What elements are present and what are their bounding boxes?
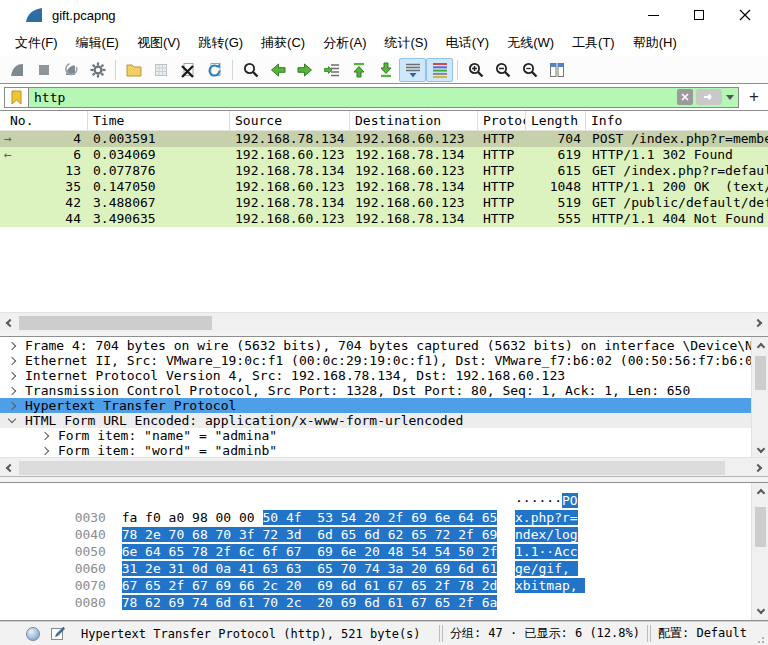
packet-list-hscrollbar[interactable]: [0, 312, 768, 332]
column-header-time[interactable]: Time: [88, 111, 230, 130]
go-forward-button[interactable]: [291, 58, 318, 82]
scrollbar-thumb[interactable]: [755, 356, 766, 390]
packet-row[interactable]: →4 0.003591 192.168.78.134 192.168.60.12…: [0, 131, 768, 147]
menu-statistics[interactable]: 统计(S): [375, 30, 436, 56]
hex-row[interactable]: 0030fa f0 a0 98 00 00 50 4f 53 54 20 2f …: [0, 492, 751, 509]
close-file-button[interactable]: [174, 58, 201, 82]
find-packet-button[interactable]: [237, 58, 264, 82]
expert-info-icon[interactable]: [26, 627, 40, 641]
menu-edit[interactable]: 编辑(E): [67, 30, 128, 56]
packet-row[interactable]: 35 0.147050 192.168.60.123 192.168.78.13…: [0, 179, 768, 195]
scrollbar-thumb[interactable]: [19, 316, 212, 330]
scrollbar-thumb[interactable]: [19, 461, 725, 475]
capture-options-button[interactable]: [84, 58, 111, 82]
scroll-up-arrow-icon[interactable]: [752, 483, 768, 500]
detail-line-ip[interactable]: Internet Protocol Version 4, Src: 192.16…: [0, 368, 751, 383]
column-header-info[interactable]: Info: [586, 111, 768, 130]
zoom-in-button[interactable]: [462, 58, 489, 82]
menu-bar: 文件(F) 编辑(E) 视图(V) 跳转(G) 捕获(C) 分析(A) 统计(S…: [0, 30, 768, 56]
column-header-length[interactable]: Length: [526, 111, 586, 130]
chevron-right-icon[interactable]: [41, 431, 49, 439]
filter-bookmark-button[interactable]: [4, 87, 28, 108]
chevron-right-icon[interactable]: [8, 371, 16, 379]
zoom-out-button[interactable]: [489, 58, 516, 82]
chevron-right-icon[interactable]: [8, 401, 16, 409]
details-vscrollbar[interactable]: [751, 337, 768, 459]
scroll-left-arrow-icon[interactable]: [0, 314, 17, 331]
filter-apply-button[interactable]: [696, 89, 722, 105]
scrollbar-thumb[interactable]: [755, 507, 766, 547]
resize-columns-button[interactable]: [543, 58, 570, 82]
scroll-up-arrow-icon[interactable]: [752, 337, 768, 354]
scroll-right-arrow-icon[interactable]: [751, 459, 768, 476]
go-back-button[interactable]: [264, 58, 291, 82]
capture-comment-icon[interactable]: [50, 626, 65, 641]
ascii-selected: xbitmap,: [515, 578, 585, 593]
scroll-left-arrow-icon[interactable]: [0, 459, 17, 476]
packet-row[interactable]: 42 3.488067 192.168.78.134 192.168.60.12…: [0, 195, 768, 211]
resize-grip[interactable]: [753, 632, 765, 644]
reload-file-button[interactable]: [201, 58, 228, 82]
filter-add-button[interactable]: +: [744, 87, 764, 107]
chevron-right-icon[interactable]: [8, 386, 16, 394]
detail-line-form-item-word[interactable]: Form item: "word" = "adminb": [0, 443, 751, 458]
status-profile[interactable]: 配置: Default: [658, 625, 747, 642]
start-capture-button[interactable]: [3, 58, 30, 82]
packet-info: HTTP/1.1 200 OK (text/ht: [586, 179, 768, 195]
zoom-reset-button[interactable]: [516, 58, 543, 82]
menu-file[interactable]: 文件(F): [6, 30, 67, 56]
packet-row[interactable]: 44 3.490635 192.168.60.123 192.168.78.13…: [0, 211, 768, 227]
detail-line-frame[interactable]: Frame 4: 704 bytes on wire (5632 bits), …: [0, 338, 751, 353]
column-header-no[interactable]: No.: [0, 111, 88, 130]
detail-line-tcp[interactable]: Transmission Control Protocol, Src Port:…: [0, 383, 751, 398]
menu-capture[interactable]: 捕获(C): [252, 30, 314, 56]
go-to-top-button[interactable]: [345, 58, 372, 82]
stop-capture-button[interactable]: [30, 58, 57, 82]
filter-dropdown-button[interactable]: [725, 89, 735, 105]
detail-line-form-item-name[interactable]: Form item: "name" = "admina": [0, 428, 751, 443]
chevron-right-icon[interactable]: [8, 341, 16, 349]
chevron-right-icon[interactable]: [8, 356, 16, 364]
detail-line-urlencoded[interactable]: HTML Form URL Encoded: application/x-www…: [0, 413, 751, 428]
detail-line-http-selected[interactable]: Hypertext Transfer Protocol: [0, 398, 751, 413]
display-filter-input[interactable]: http: [28, 87, 739, 108]
chevron-right-icon[interactable]: [41, 446, 49, 454]
hex-row[interactable]: 008078 62 69 74 6d 61 70 2c 20 69 6d 61 …: [0, 577, 751, 594]
column-header-destination[interactable]: Destination: [350, 111, 478, 130]
go-to-packet-button[interactable]: [318, 58, 345, 82]
menu-go[interactable]: 跳转(G): [189, 30, 252, 56]
maximize-button[interactable]: [676, 0, 722, 30]
menu-tools[interactable]: 工具(T): [563, 30, 624, 56]
title-bar[interactable]: gift.pcapng: [0, 0, 768, 30]
close-button[interactable]: [722, 0, 768, 30]
column-header-protocol[interactable]: Protoc: [478, 111, 526, 130]
hex-row[interactable]: 007067 65 2f 67 69 66 2c 20 69 6d 61 67 …: [0, 560, 751, 577]
filter-clear-button[interactable]: [677, 89, 693, 105]
menu-telephony[interactable]: 电话(Y): [437, 30, 498, 56]
chevron-down-icon[interactable]: [8, 415, 16, 423]
save-file-button[interactable]: [147, 58, 174, 82]
minimize-button[interactable]: [630, 0, 676, 30]
hex-vscrollbar[interactable]: [751, 483, 768, 620]
column-header-source[interactable]: Source: [230, 111, 350, 130]
detail-line-ethernet[interactable]: Ethernet II, Src: VMware_19:0c:f1 (00:0c…: [0, 353, 751, 368]
packet-row[interactable]: 13 0.077876 192.168.78.134 192.168.60.12…: [0, 163, 768, 179]
menu-view[interactable]: 视图(V): [128, 30, 189, 56]
hex-row[interactable]: 006031 2e 31 0d 0a 41 63 63 65 70 74 3a …: [0, 543, 751, 560]
auto-scroll-toggle[interactable]: [399, 58, 426, 82]
menu-help[interactable]: 帮助(H): [624, 30, 686, 56]
open-file-button[interactable]: [120, 58, 147, 82]
hex-row[interactable]: 004078 2e 70 68 70 3f 72 3d 6d 65 6d 62 …: [0, 509, 751, 526]
restart-capture-button[interactable]: [57, 58, 84, 82]
details-hscrollbar[interactable]: [0, 457, 768, 476]
colorize-icon: [431, 61, 449, 79]
menu-wireless[interactable]: 无线(W): [498, 30, 563, 56]
colorize-toggle[interactable]: [426, 58, 453, 82]
packet-source: 192.168.60.123: [230, 179, 350, 195]
packet-row[interactable]: ←6 0.034069 192.168.60.123 192.168.78.13…: [0, 147, 768, 163]
menu-analyze[interactable]: 分析(A): [314, 30, 375, 56]
scroll-down-arrow-icon[interactable]: [752, 603, 768, 620]
hex-row[interactable]: 00506e 64 65 78 2f 6c 6f 67 69 6e 20 48 …: [0, 526, 751, 543]
scroll-right-arrow-icon[interactable]: [751, 314, 768, 331]
go-to-bottom-button[interactable]: [372, 58, 399, 82]
